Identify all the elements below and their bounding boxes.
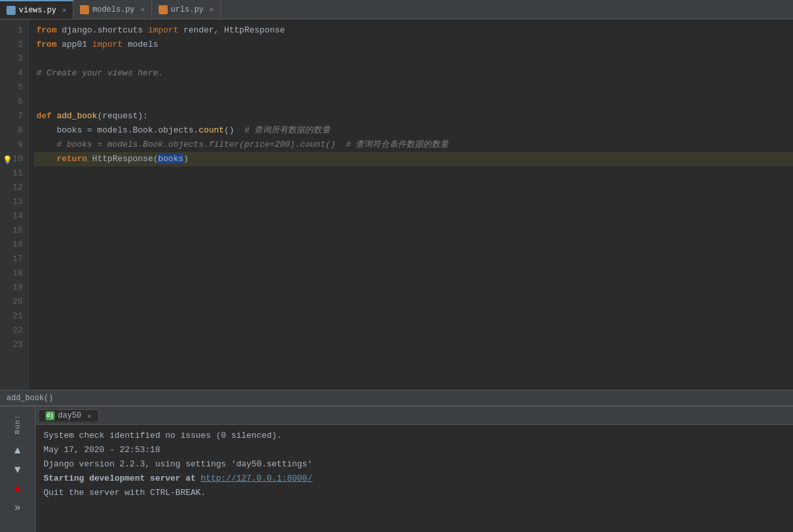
run-panel: Run: ▲ ▼ ■ » dj day50 ✕ System check ide… <box>0 405 793 532</box>
code-line-23[interactable] <box>34 338 793 352</box>
code-line-19[interactable] <box>34 281 793 295</box>
run-sidebar: Run: ▲ ▼ ■ » <box>0 407 36 532</box>
code-line-20[interactable] <box>34 295 793 309</box>
run-console: System check identified no issues (0 sil… <box>36 425 793 532</box>
tab-views-close[interactable]: ✕ <box>62 6 67 14</box>
tab-bar: views.py ✕ models.py ✕ urls.py ✕ <box>0 0 793 19</box>
code-line-6[interactable] <box>34 95 793 109</box>
tab-urls-label: urls.py <box>171 5 203 14</box>
console-line: System check identified no issues (0 sil… <box>44 429 785 443</box>
code-content[interactable]: from django.shortcuts import render, Htt… <box>29 19 793 390</box>
code-line-3[interactable] <box>34 52 793 66</box>
code-line-12[interactable] <box>34 181 793 195</box>
console-line: Starting development server at http://12… <box>44 472 785 486</box>
models-file-icon <box>80 5 89 14</box>
stop-button[interactable]: ■ <box>12 481 23 496</box>
console-line: Quit the server with CTRL-BREAK. <box>44 486 785 500</box>
run-tab-area: dj day50 ✕ System check identified no is… <box>36 407 793 532</box>
code-line-14[interactable] <box>34 209 793 223</box>
django-icon: dj <box>46 411 55 420</box>
line-numbers: 123456789💡 1011121314151617181920212223 <box>0 19 29 390</box>
code-line-10[interactable]: return HttpResponse(books) <box>34 152 793 166</box>
more-button[interactable]: » <box>12 499 23 516</box>
code-line-21[interactable] <box>34 309 793 323</box>
code-line-17[interactable] <box>34 252 793 266</box>
tab-views[interactable]: views.py ✕ <box>0 0 73 19</box>
code-editor: 123456789💡 1011121314151617181920212223 … <box>0 19 793 390</box>
tab-urls-close[interactable]: ✕ <box>209 5 214 14</box>
code-line-1[interactable]: from django.shortcuts import render, Htt… <box>34 23 793 38</box>
console-line: May 17, 2020 - 22:53:18 <box>44 443 785 457</box>
status-bar: add_book() <box>0 390 793 405</box>
tab-models-label: models.py <box>92 5 135 14</box>
scroll-down-button[interactable]: ▼ <box>10 461 25 478</box>
tab-models-close[interactable]: ✕ <box>140 5 145 14</box>
code-line-16[interactable] <box>34 238 793 252</box>
run-tab-day50[interactable]: dj day50 ✕ <box>38 409 99 422</box>
code-line-13[interactable] <box>34 195 793 209</box>
code-line-9[interactable]: # books = models.Book.objects.filter(pri… <box>34 138 793 152</box>
code-line-4[interactable]: # Create your views here. <box>34 66 793 81</box>
urls-file-icon <box>159 5 168 14</box>
code-line-5[interactable] <box>34 81 793 95</box>
tab-models[interactable]: models.py ✕ <box>73 0 151 19</box>
run-tab-close[interactable]: ✕ <box>87 412 92 420</box>
code-line-11[interactable] <box>34 166 793 181</box>
code-line-22[interactable] <box>34 323 793 338</box>
scroll-up-button[interactable]: ▲ <box>10 442 25 459</box>
run-label: Run: <box>14 409 21 439</box>
code-line-8[interactable]: books = models.Book.objects.count() # 查询… <box>34 123 793 138</box>
code-line-18[interactable] <box>34 266 793 281</box>
breadcrumb: add_book() <box>6 394 53 403</box>
run-tab-label: day50 <box>58 411 81 420</box>
tab-urls[interactable]: urls.py ✕ <box>152 0 221 19</box>
views-file-icon <box>6 6 16 15</box>
code-line-7[interactable]: def add_book(request): <box>34 109 793 123</box>
code-line-2[interactable]: from app01 import models <box>34 38 793 52</box>
code-line-15[interactable] <box>34 223 793 238</box>
code-area: 123456789💡 1011121314151617181920212223 … <box>0 19 793 390</box>
tab-views-label: views.py <box>19 6 57 15</box>
run-tab-bar: dj day50 ✕ <box>36 407 793 425</box>
console-line: Django version 2.2.3, using settings 'da… <box>44 457 785 472</box>
